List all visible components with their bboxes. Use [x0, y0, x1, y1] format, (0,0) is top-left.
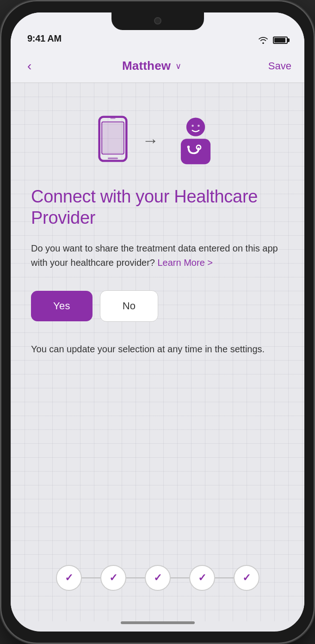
- step-line-2: [126, 577, 145, 578]
- svg-rect-1: [102, 122, 124, 154]
- step-2: ✓: [100, 565, 126, 591]
- step-4-check: ✓: [198, 572, 206, 584]
- back-button[interactable]: ‹: [24, 56, 35, 76]
- status-icons: [258, 37, 288, 44]
- doctor-icon: [170, 115, 221, 166]
- status-time: 9:41 AM: [27, 33, 62, 44]
- wifi-icon: [258, 37, 268, 44]
- svg-point-10: [198, 125, 200, 127]
- svg-rect-4: [110, 118, 115, 119]
- battery-icon: [273, 37, 288, 44]
- step-3-check: ✓: [154, 572, 162, 584]
- svg-point-9: [191, 125, 194, 127]
- svg-point-8: [187, 146, 190, 148]
- step-4: ✓: [189, 565, 215, 591]
- front-camera: [154, 17, 161, 25]
- notch: [111, 12, 204, 30]
- content-area: → Connect with your: [11, 83, 304, 621]
- step-5-check: ✓: [242, 572, 251, 584]
- phone-screen: 9:41 AM ‹ Matthew ∨ Save: [11, 12, 304, 632]
- step-5: ✓: [234, 565, 259, 591]
- learn-more-link[interactable]: Learn More >: [157, 258, 213, 268]
- step-1-check: ✓: [65, 572, 73, 584]
- choice-buttons: Yes No: [31, 290, 284, 322]
- update-note: You can update your selection at any tim…: [31, 342, 284, 356]
- phone-shell: 9:41 AM ‹ Matthew ∨ Save: [0, 0, 315, 644]
- step-line-1: [82, 577, 100, 578]
- home-indicator: [121, 621, 195, 624]
- progress-steps: ✓ ✓ ✓ ✓ ✓: [31, 552, 284, 607]
- step-line-3: [171, 577, 189, 578]
- phone-icon: [94, 115, 131, 166]
- svg-rect-6: [180, 139, 210, 164]
- no-button[interactable]: No: [100, 290, 158, 322]
- arrow-icon: →: [142, 131, 159, 150]
- bottom-spacer: [31, 371, 284, 552]
- status-bar: 9:41 AM: [11, 12, 304, 49]
- save-button[interactable]: Save: [268, 60, 291, 72]
- step-line-4: [215, 577, 234, 578]
- description-text: Do you want to share the treatment data …: [31, 243, 278, 268]
- nav-bar: ‹ Matthew ∨ Save: [11, 49, 304, 83]
- description: Do you want to share the treatment data …: [31, 241, 284, 270]
- main-heading: Connect with your Healthcare Provider: [31, 186, 284, 228]
- step-2-check: ✓: [109, 572, 117, 584]
- chevron-down-icon[interactable]: ∨: [175, 61, 181, 71]
- svg-rect-3: [108, 158, 118, 159]
- yes-button[interactable]: Yes: [31, 291, 93, 321]
- nav-title: Matthew: [122, 59, 171, 73]
- nav-title-area: Matthew ∨: [35, 59, 268, 73]
- svg-point-5: [186, 118, 204, 136]
- illustration: →: [31, 101, 284, 166]
- step-3: ✓: [145, 565, 171, 591]
- step-1: ✓: [56, 565, 82, 591]
